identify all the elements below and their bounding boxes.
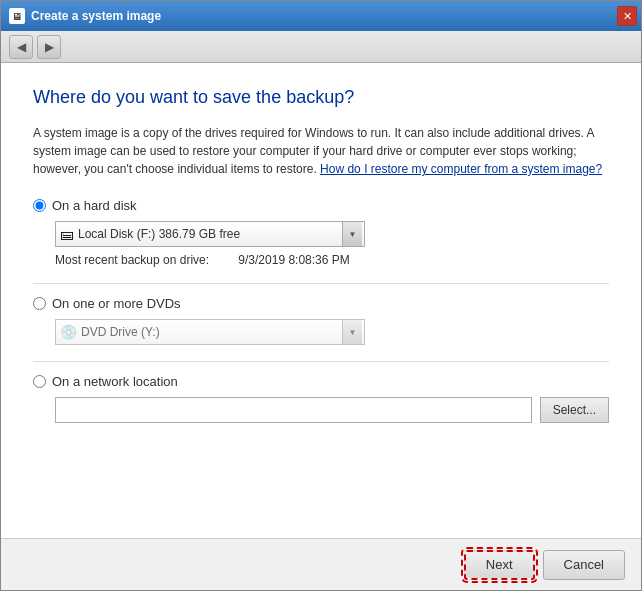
title-bar-text: Create a system image xyxy=(31,9,161,23)
dvd-dropdown[interactable]: 💿 DVD Drive (Y:) ▼ xyxy=(55,319,365,345)
hard-disk-icon: 🖴 xyxy=(60,226,74,242)
title-bar: 🖥 Create a system image ✕ xyxy=(1,1,641,31)
backup-info: Most recent backup on drive: 9/3/2019 8:… xyxy=(55,253,609,267)
page-title: Where do you want to save the backup? xyxy=(33,87,609,108)
dvd-radio-label[interactable]: On one or more DVDs xyxy=(33,296,609,311)
dvd-dropdown-arrow: ▼ xyxy=(342,320,362,344)
select-button[interactable]: Select... xyxy=(540,397,609,423)
backup-info-label: Most recent backup on drive: xyxy=(55,253,235,267)
title-bar-left: 🖥 Create a system image xyxy=(9,8,161,24)
hard-disk-label: On a hard disk xyxy=(52,198,137,213)
hard-disk-option: On a hard disk 🖴 Local Disk (F:) 386.79 … xyxy=(33,198,609,267)
description: A system image is a copy of the drives r… xyxy=(33,124,609,178)
dvd-radio[interactable] xyxy=(33,297,46,310)
separator-1 xyxy=(33,283,609,284)
hard-disk-dropdown-text: Local Disk (F:) 386.79 GB free xyxy=(78,227,360,241)
footer: Next Cancel xyxy=(1,538,641,590)
network-radio[interactable] xyxy=(33,375,46,388)
network-input[interactable] xyxy=(55,397,532,423)
dvd-dropdown-container: 💿 DVD Drive (Y:) ▼ xyxy=(55,319,609,345)
content-area: Where do you want to save the backup? A … xyxy=(1,63,641,538)
hard-disk-dropdown-arrow: ▼ xyxy=(342,222,362,246)
help-link[interactable]: How do I restore my computer from a syst… xyxy=(320,162,602,176)
next-button[interactable]: Next xyxy=(464,550,535,580)
hard-disk-radio-label[interactable]: On a hard disk xyxy=(33,198,609,213)
hard-disk-radio[interactable] xyxy=(33,199,46,212)
back-arrow-icon: ◀ xyxy=(17,40,26,54)
network-radio-label[interactable]: On a network location xyxy=(33,374,609,389)
forward-button[interactable]: ▶ xyxy=(37,35,61,59)
network-input-row: Select... xyxy=(55,397,609,423)
window: 🖥 Create a system image ✕ ◀ ▶ Where do y… xyxy=(0,0,642,591)
dvd-option: On one or more DVDs 💿 DVD Drive (Y:) ▼ xyxy=(33,296,609,345)
forward-arrow-icon: ▶ xyxy=(45,40,54,54)
network-option: On a network location Select... xyxy=(33,374,609,423)
window-icon: 🖥 xyxy=(9,8,25,24)
dvd-label: On one or more DVDs xyxy=(52,296,181,311)
cancel-button[interactable]: Cancel xyxy=(543,550,625,580)
nav-bar: ◀ ▶ xyxy=(1,31,641,63)
dvd-icon: 💿 xyxy=(60,324,77,340)
close-button[interactable]: ✕ xyxy=(617,6,637,26)
network-label: On a network location xyxy=(52,374,178,389)
back-button[interactable]: ◀ xyxy=(9,35,33,59)
separator-2 xyxy=(33,361,609,362)
backup-info-date: 9/3/2019 8:08:36 PM xyxy=(238,253,349,267)
hard-disk-dropdown-container: 🖴 Local Disk (F:) 386.79 GB free ▼ xyxy=(55,221,609,247)
hard-disk-dropdown[interactable]: 🖴 Local Disk (F:) 386.79 GB free ▼ xyxy=(55,221,365,247)
dvd-dropdown-text: DVD Drive (Y:) xyxy=(81,325,360,339)
